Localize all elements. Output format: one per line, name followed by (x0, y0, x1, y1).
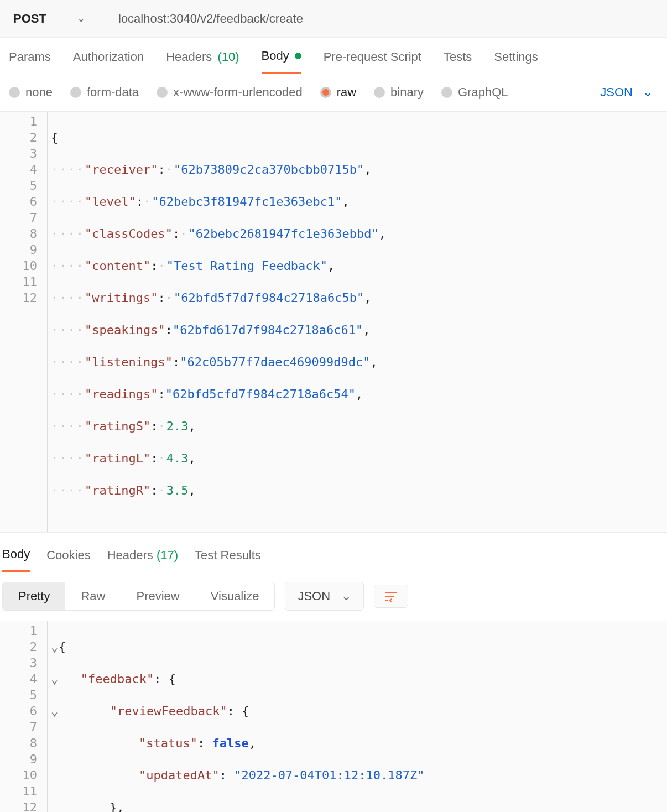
radio-none[interactable]: none (9, 85, 53, 100)
code-area[interactable]: ⌄{ ⌄ "feedback": { ⌄ "reviewFeedback": {… (48, 621, 667, 812)
tab-headers[interactable]: Headers (10) (166, 49, 239, 74)
radio-urlencoded[interactable]: x-www-form-urlencoded (157, 85, 303, 100)
code-line: ····"readings":"62bfd5cfd7f984c2718a6c54… (51, 386, 667, 402)
radio-label: x-www-form-urlencoded (173, 85, 303, 100)
code-line: ····"receiver":·"62b73809c2ca370bcbb0715… (51, 162, 667, 178)
tab-label: Body (262, 49, 289, 63)
code-line: ····"ratingL":·4.3, (51, 450, 667, 466)
resp-tab-headers[interactable]: Headers (17) (107, 548, 178, 571)
btn-label: Pretty (18, 589, 50, 603)
tab-label: Body (2, 547, 30, 561)
line-number: 12 (0, 799, 37, 812)
line-number: 11 (0, 274, 37, 290)
wrap-icon (384, 591, 398, 602)
radio-form-data[interactable]: form-data (70, 85, 139, 100)
response-body-editor[interactable]: 1 2 3 4 5 6 7 8 9 10 11 12 13 14 15 16 ⌄… (0, 621, 667, 812)
tab-body[interactable]: Body (262, 49, 301, 74)
line-number: 2 (0, 129, 37, 145)
resp-tab-test-results[interactable]: Test Results (195, 548, 261, 571)
line-number: 7 (0, 719, 37, 735)
http-method-label: POST (13, 12, 46, 26)
mode-label: JSON (298, 589, 330, 603)
btn-label: Visualize (211, 589, 259, 603)
line-gutter: 1 2 3 4 5 6 7 8 9 10 11 12 13 14 15 16 (0, 621, 48, 812)
line-number: 6 (0, 194, 37, 210)
code-line: ⌄ "reviewFeedback": { (51, 703, 667, 719)
tab-authorization[interactable]: Authorization (73, 49, 144, 74)
view-preview-button[interactable]: Preview (121, 582, 195, 610)
radio-dot-icon (441, 87, 452, 98)
http-method-select[interactable]: POST ⌄ (0, 0, 105, 37)
resp-tab-cookies[interactable]: Cookies (46, 548, 90, 571)
chevron-down-icon: ⌄ (77, 13, 85, 24)
line-number: 10 (0, 258, 37, 274)
request-body-editor[interactable]: 1 2 3 4 5 6 7 8 9 10 11 12 { ····"receiv… (0, 111, 667, 533)
line-number: 6 (0, 703, 37, 719)
url-value: localhost:3040/v2/feedback/create (118, 12, 303, 26)
tab-settings[interactable]: Settings (494, 49, 538, 74)
tab-label: Params (9, 50, 51, 64)
line-number: 4 (0, 671, 37, 687)
tab-tests[interactable]: Tests (444, 49, 472, 74)
body-mode-select[interactable]: JSON ⌄ (600, 85, 658, 100)
wrap-lines-button[interactable] (374, 585, 408, 608)
code-line: ····"ratingS":·2.3, (51, 418, 667, 434)
code-line: ····"classCodes":·"62bebc2681947fc1e363e… (51, 226, 667, 242)
code-line: { (51, 129, 667, 145)
code-line: ····"listenings":"62c05b77f7daec469099d9… (51, 354, 667, 370)
code-line: ····"content":·"Test Rating Feedback", (51, 258, 667, 274)
radio-dot-icon (70, 87, 81, 98)
radio-label: raw (337, 85, 356, 100)
radio-dot-icon (157, 87, 168, 98)
response-toolbar: Pretty Raw Preview Visualize JSON ⌄ (0, 572, 667, 621)
modified-dot-icon (295, 53, 301, 59)
line-gutter: 1 2 3 4 5 6 7 8 9 10 11 12 (0, 112, 48, 532)
line-number: 9 (0, 242, 37, 258)
fold-toggle-icon[interactable]: ⌄ (51, 703, 59, 719)
line-number: 10 (0, 767, 37, 783)
btn-label: Preview (136, 589, 179, 603)
tab-label: Headers (166, 50, 212, 64)
radio-dot-icon (9, 87, 20, 98)
line-number: 5 (0, 178, 37, 194)
line-number: 8 (0, 226, 37, 242)
line-number: 8 (0, 735, 37, 751)
code-line: ····"speakings":"62bfd617d7f984c2718a6c6… (51, 322, 667, 338)
fold-toggle-icon[interactable]: ⌄ (51, 639, 59, 655)
tab-label: Tests (444, 50, 472, 64)
tab-label: Pre-request Script (324, 50, 421, 64)
fold-toggle-icon[interactable]: ⌄ (51, 671, 59, 687)
tab-prerequest[interactable]: Pre-request Script (324, 49, 421, 74)
line-number: 1 (0, 623, 37, 639)
btn-label: Raw (81, 589, 105, 603)
request-bar: POST ⌄ localhost:3040/v2/feedback/create (0, 0, 667, 38)
line-number: 4 (0, 162, 37, 178)
line-number: 12 (0, 290, 37, 306)
radio-graphql[interactable]: GraphQL (441, 85, 508, 100)
radio-dot-icon (320, 87, 331, 98)
code-area[interactable]: { ····"receiver":·"62b73809c2ca370bcbb07… (48, 112, 667, 532)
radio-binary[interactable]: binary (374, 85, 424, 100)
view-pretty-button[interactable]: Pretty (3, 582, 65, 610)
response-mode-select[interactable]: JSON ⌄ (285, 582, 364, 611)
line-number: 2 (0, 639, 37, 655)
code-line: ⌄{ (51, 639, 667, 655)
radio-label: GraphQL (458, 85, 508, 100)
radio-label: binary (390, 85, 424, 100)
body-mode-label: JSON (600, 85, 633, 100)
url-input[interactable]: localhost:3040/v2/feedback/create (105, 0, 667, 37)
tab-label: Settings (494, 50, 538, 64)
radio-label: none (25, 85, 53, 100)
request-tabs: Params Authorization Headers (10) Body P… (0, 38, 667, 74)
line-number: 1 (0, 113, 37, 129)
tab-label: Test Results (195, 548, 261, 562)
headers-count: (10) (217, 50, 239, 64)
resp-tab-body[interactable]: Body (2, 547, 30, 572)
radio-dot-icon (374, 87, 385, 98)
view-raw-button[interactable]: Raw (65, 582, 121, 610)
radio-raw[interactable]: raw (320, 85, 356, 100)
line-number: 9 (0, 751, 37, 767)
view-visualize-button[interactable]: Visualize (195, 582, 275, 610)
tab-params[interactable]: Params (9, 49, 51, 74)
response-tabs: Body Cookies Headers (17) Test Results (0, 533, 667, 572)
